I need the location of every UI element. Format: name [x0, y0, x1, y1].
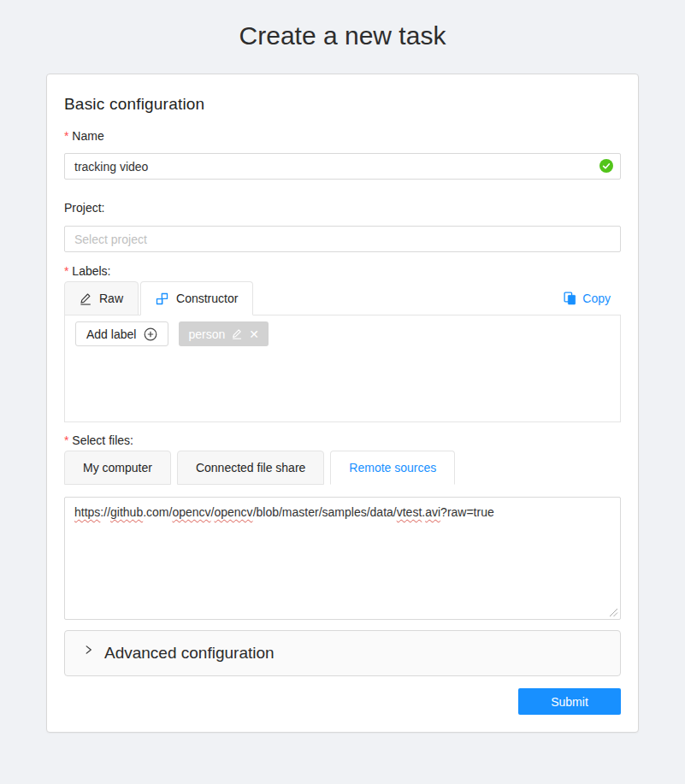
labels-constructor-panel: Add label person ✕: [64, 315, 621, 422]
page-title: Create a new task: [0, 21, 685, 50]
project-select[interactable]: [64, 226, 621, 252]
basic-configuration-title: Basic configuration: [64, 95, 621, 114]
label-tag-person[interactable]: person ✕: [179, 321, 269, 346]
tab-remote-sources-label: Remote sources: [349, 461, 436, 475]
tab-raw-label: Raw: [99, 292, 123, 305]
tab-constructor[interactable]: Constructor: [140, 281, 253, 315]
check-circle-icon: [599, 159, 613, 173]
tab-connected-file-share[interactable]: Connected file share: [177, 451, 324, 485]
tab-my-computer-label: My computer: [83, 461, 152, 475]
copy-button[interactable]: Copy: [564, 292, 621, 305]
edit-label-icon[interactable]: [232, 328, 242, 339]
tab-remote-sources[interactable]: Remote sources: [330, 451, 455, 485]
edit-icon: [80, 292, 92, 305]
advanced-configuration-toggle[interactable]: Advanced configuration: [64, 630, 621, 676]
add-label-button[interactable]: Add label: [75, 321, 168, 346]
copy-icon: [564, 292, 576, 305]
labels-label: Labels:: [64, 264, 621, 278]
label-tag-name: person: [188, 327, 225, 341]
project-label: Project:: [64, 201, 621, 215]
name-input[interactable]: [64, 153, 621, 180]
resize-grip-icon[interactable]: [609, 608, 618, 617]
create-task-card: Basic configuration Name Project: Labels…: [46, 74, 639, 733]
tab-constructor-label: Constructor: [176, 292, 238, 305]
submit-button[interactable]: Submit: [518, 688, 621, 715]
build-blocks-icon: [156, 292, 168, 305]
remote-urls-text: https://github.com/opencv/opencv/blob/ma…: [74, 505, 611, 519]
name-label: Name: [64, 129, 621, 143]
tab-raw[interactable]: Raw: [64, 281, 139, 315]
tab-my-computer[interactable]: My computer: [64, 451, 171, 485]
labels-tabbar: Raw Constructor Copy: [64, 281, 621, 315]
files-tabbar: My computer Connected file share Remote …: [64, 451, 621, 485]
select-files-label: Select files:: [64, 433, 621, 447]
add-label-text: Add label: [86, 327, 136, 341]
copy-label: Copy: [582, 292, 611, 305]
tab-connected-file-share-label: Connected file share: [196, 461, 305, 475]
advanced-configuration-label: Advanced configuration: [104, 644, 275, 663]
remote-urls-textarea[interactable]: https://github.com/opencv/opencv/blob/ma…: [64, 497, 621, 620]
close-icon[interactable]: ✕: [249, 328, 259, 340]
plus-circle-icon: [144, 327, 157, 341]
chevron-right-icon: [84, 645, 93, 655]
